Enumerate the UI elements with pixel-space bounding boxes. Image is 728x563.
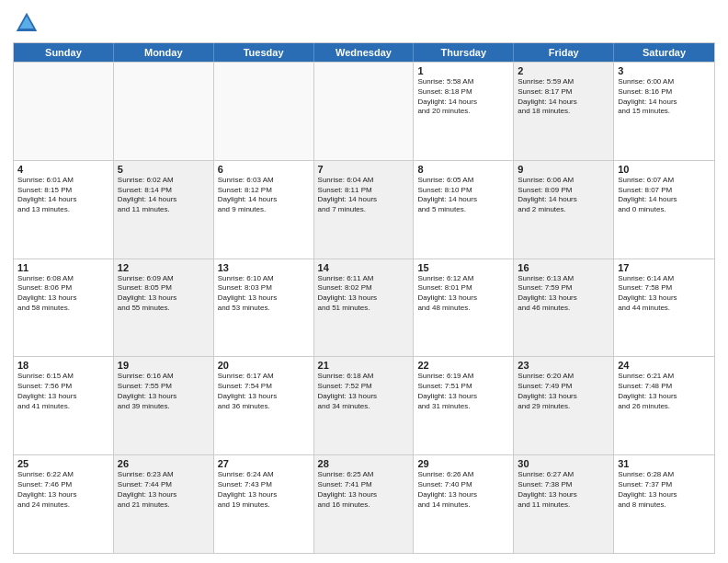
cell-info: Sunrise: 6:11 AM Sunset: 8:02 PM Dayligh… <box>318 274 410 314</box>
cell-info: Sunrise: 5:58 AM Sunset: 8:18 PM Dayligh… <box>417 77 509 117</box>
header-day-tuesday: Tuesday <box>214 43 314 62</box>
calendar-cell-empty <box>14 63 114 160</box>
day-number: 19 <box>118 360 210 371</box>
logo <box>13 9 44 37</box>
header-day-saturday: Saturday <box>614 43 714 62</box>
calendar-cell-8: 8Sunrise: 6:05 AM Sunset: 8:10 PM Daylig… <box>414 161 514 259</box>
day-number: 25 <box>17 458 109 469</box>
calendar-cell-20: 20Sunrise: 6:17 AM Sunset: 7:54 PM Dayli… <box>214 357 314 454</box>
page: SundayMondayTuesdayWednesdayThursdayFrid… <box>0 0 728 563</box>
cell-info: Sunrise: 6:10 AM Sunset: 8:03 PM Dayligh… <box>218 274 310 314</box>
calendar-cell-22: 22Sunrise: 6:19 AM Sunset: 7:51 PM Dayli… <box>414 357 514 454</box>
calendar-cell-19: 19Sunrise: 6:16 AM Sunset: 7:55 PM Dayli… <box>114 357 214 454</box>
day-number: 20 <box>218 360 310 371</box>
calendar-cell-30: 30Sunrise: 6:27 AM Sunset: 7:38 PM Dayli… <box>514 455 614 553</box>
cell-info: Sunrise: 6:23 AM Sunset: 7:44 PM Dayligh… <box>118 470 210 510</box>
cell-info: Sunrise: 6:02 AM Sunset: 8:14 PM Dayligh… <box>118 176 210 215</box>
calendar-cell-18: 18Sunrise: 6:15 AM Sunset: 7:56 PM Dayli… <box>14 357 114 454</box>
cell-info: Sunrise: 6:05 AM Sunset: 8:10 PM Dayligh… <box>417 176 509 215</box>
calendar-row-2: 11Sunrise: 6:08 AM Sunset: 8:06 PM Dayli… <box>14 259 714 357</box>
day-number: 9 <box>518 164 609 175</box>
day-number: 26 <box>118 458 210 469</box>
day-number: 30 <box>518 458 609 469</box>
day-number: 16 <box>518 262 609 273</box>
cell-info: Sunrise: 6:04 AM Sunset: 8:11 PM Dayligh… <box>318 176 410 215</box>
calendar-cell-31: 31Sunrise: 6:28 AM Sunset: 7:37 PM Dayli… <box>614 455 714 553</box>
calendar-cell-26: 26Sunrise: 6:23 AM Sunset: 7:44 PM Dayli… <box>114 455 214 553</box>
cell-info: Sunrise: 5:59 AM Sunset: 8:17 PM Dayligh… <box>518 77 609 117</box>
calendar-cell-4: 4Sunrise: 6:01 AM Sunset: 8:15 PM Daylig… <box>14 161 114 259</box>
calendar-cell-25: 25Sunrise: 6:22 AM Sunset: 7:46 PM Dayli… <box>14 455 114 553</box>
cell-info: Sunrise: 6:20 AM Sunset: 7:49 PM Dayligh… <box>518 372 609 411</box>
cell-info: Sunrise: 6:26 AM Sunset: 7:40 PM Dayligh… <box>417 470 509 510</box>
cell-info: Sunrise: 6:09 AM Sunset: 8:05 PM Dayligh… <box>118 274 210 314</box>
cell-info: Sunrise: 6:14 AM Sunset: 7:58 PM Dayligh… <box>618 274 711 314</box>
header-day-wednesday: Wednesday <box>314 43 415 62</box>
day-number: 28 <box>318 458 410 469</box>
day-number: 18 <box>17 360 109 371</box>
calendar-cell-29: 29Sunrise: 6:26 AM Sunset: 7:40 PM Dayli… <box>414 455 514 553</box>
calendar-cell-12: 12Sunrise: 6:09 AM Sunset: 8:05 PM Dayli… <box>114 259 214 357</box>
calendar-cell-9: 9Sunrise: 6:06 AM Sunset: 8:09 PM Daylig… <box>514 161 614 259</box>
calendar-cell-14: 14Sunrise: 6:11 AM Sunset: 8:02 PM Dayli… <box>314 259 415 357</box>
header-day-sunday: Sunday <box>14 43 114 62</box>
day-number: 22 <box>417 360 509 371</box>
day-number: 12 <box>118 262 210 273</box>
day-number: 10 <box>618 164 711 175</box>
calendar-cell-3: 3Sunrise: 6:00 AM Sunset: 8:16 PM Daylig… <box>614 63 714 160</box>
day-number: 21 <box>318 360 410 371</box>
calendar-cell-empty <box>314 63 415 160</box>
day-number: 29 <box>417 458 509 469</box>
calendar-cell-28: 28Sunrise: 6:25 AM Sunset: 7:41 PM Dayli… <box>314 455 415 553</box>
calendar-row-3: 18Sunrise: 6:15 AM Sunset: 7:56 PM Dayli… <box>14 356 714 454</box>
day-number: 14 <box>318 262 410 273</box>
calendar-cell-11: 11Sunrise: 6:08 AM Sunset: 8:06 PM Dayli… <box>14 259 114 357</box>
calendar-cell-empty <box>214 63 314 160</box>
calendar-cell-6: 6Sunrise: 6:03 AM Sunset: 8:12 PM Daylig… <box>214 161 314 259</box>
cell-info: Sunrise: 6:03 AM Sunset: 8:12 PM Dayligh… <box>218 176 310 215</box>
calendar-body: 1Sunrise: 5:58 AM Sunset: 8:18 PM Daylig… <box>14 62 714 553</box>
calendar-cell-23: 23Sunrise: 6:20 AM Sunset: 7:49 PM Dayli… <box>514 357 614 454</box>
header <box>13 9 715 37</box>
day-number: 2 <box>518 65 609 76</box>
day-number: 8 <box>417 164 509 175</box>
day-number: 5 <box>118 164 210 175</box>
header-day-monday: Monday <box>114 43 214 62</box>
day-number: 11 <box>17 262 109 273</box>
cell-info: Sunrise: 6:21 AM Sunset: 7:48 PM Dayligh… <box>618 372 711 411</box>
calendar-cell-21: 21Sunrise: 6:18 AM Sunset: 7:52 PM Dayli… <box>314 357 415 454</box>
cell-info: Sunrise: 6:12 AM Sunset: 8:01 PM Dayligh… <box>417 274 509 314</box>
day-number: 6 <box>218 164 310 175</box>
calendar-cell-2: 2Sunrise: 5:59 AM Sunset: 8:17 PM Daylig… <box>514 63 614 160</box>
day-number: 13 <box>218 262 310 273</box>
cell-info: Sunrise: 6:13 AM Sunset: 7:59 PM Dayligh… <box>518 274 609 314</box>
calendar-cell-7: 7Sunrise: 6:04 AM Sunset: 8:11 PM Daylig… <box>314 161 415 259</box>
cell-info: Sunrise: 6:07 AM Sunset: 8:07 PM Dayligh… <box>618 176 711 215</box>
header-day-friday: Friday <box>514 43 614 62</box>
calendar-cell-15: 15Sunrise: 6:12 AM Sunset: 8:01 PM Dayli… <box>414 259 514 357</box>
day-number: 24 <box>618 360 711 371</box>
calendar-cell-17: 17Sunrise: 6:14 AM Sunset: 7:58 PM Dayli… <box>614 259 714 357</box>
cell-info: Sunrise: 6:19 AM Sunset: 7:51 PM Dayligh… <box>417 372 509 411</box>
cell-info: Sunrise: 6:17 AM Sunset: 7:54 PM Dayligh… <box>218 372 310 411</box>
calendar-cell-27: 27Sunrise: 6:24 AM Sunset: 7:43 PM Dayli… <box>214 455 314 553</box>
calendar-row-0: 1Sunrise: 5:58 AM Sunset: 8:18 PM Daylig… <box>14 62 714 160</box>
calendar-header: SundayMondayTuesdayWednesdayThursdayFrid… <box>14 43 714 62</box>
cell-info: Sunrise: 6:27 AM Sunset: 7:38 PM Dayligh… <box>518 470 609 510</box>
cell-info: Sunrise: 6:24 AM Sunset: 7:43 PM Dayligh… <box>218 470 310 510</box>
calendar-cell-24: 24Sunrise: 6:21 AM Sunset: 7:48 PM Dayli… <box>614 357 714 454</box>
day-number: 31 <box>618 458 711 469</box>
day-number: 27 <box>218 458 310 469</box>
day-number: 23 <box>518 360 609 371</box>
calendar-cell-1: 1Sunrise: 5:58 AM Sunset: 8:18 PM Daylig… <box>414 63 514 160</box>
calendar: SundayMondayTuesdayWednesdayThursdayFrid… <box>13 42 715 554</box>
cell-info: Sunrise: 6:22 AM Sunset: 7:46 PM Dayligh… <box>17 470 109 510</box>
calendar-cell-10: 10Sunrise: 6:07 AM Sunset: 8:07 PM Dayli… <box>614 161 714 259</box>
day-number: 17 <box>618 262 711 273</box>
cell-info: Sunrise: 6:25 AM Sunset: 7:41 PM Dayligh… <box>318 470 410 510</box>
calendar-cell-5: 5Sunrise: 6:02 AM Sunset: 8:14 PM Daylig… <box>114 161 214 259</box>
calendar-cell-13: 13Sunrise: 6:10 AM Sunset: 8:03 PM Dayli… <box>214 259 314 357</box>
day-number: 3 <box>618 65 711 76</box>
cell-info: Sunrise: 6:15 AM Sunset: 7:56 PM Dayligh… <box>17 372 109 411</box>
cell-info: Sunrise: 6:28 AM Sunset: 7:37 PM Dayligh… <box>618 470 711 510</box>
